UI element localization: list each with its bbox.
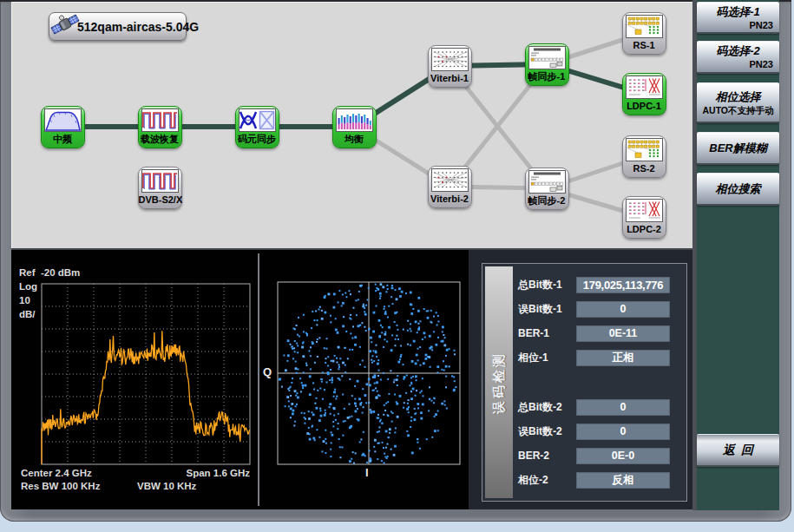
flow-block-label: 载波恢复 (139, 132, 181, 146)
flow-block-label: 码元同步 (236, 132, 279, 146)
spectrum-icon (44, 108, 82, 132)
framesync-icon (528, 46, 566, 69)
flow-block-rs1[interactable]: RS-1 (622, 12, 666, 55)
ber-label-4: 总Bit数-2 (518, 399, 575, 416)
satellite-icon (50, 10, 80, 38)
spectrum-scale-db: dB/ (19, 309, 36, 319)
side-button-2[interactable]: 码选择-2PN23 (697, 41, 779, 74)
ber-value-3: 正相 (576, 350, 670, 366)
ber-label-2: BER-1 (518, 325, 575, 342)
side-button-sublabel: AUTO不支持手动 (697, 104, 779, 116)
flow-block-if[interactable]: 中频 (41, 106, 85, 148)
side-button-label: 相位搜索 (697, 181, 779, 196)
side-button-column: 码选择-1PN23码选择-2PN23相位选择AUTO不支持手动BER解模糊相位搜… (697, 0, 779, 510)
spectrum-scale-10: 10 (19, 295, 30, 305)
side-button-5[interactable]: 相位搜索 (697, 173, 779, 206)
ber-value-7: 反相 (576, 472, 670, 489)
ber-value-2: 0E-11 (576, 325, 670, 342)
flow-block-symsync[interactable]: 码元同步 (235, 106, 279, 148)
flow-block-label: 帧同步-1 (526, 69, 568, 83)
trellis-icon (431, 48, 469, 71)
flow-diagram-panel: 中频载波恢复码元同步均衡DVB-S2/XViterbi-1Viterbi-2帧同… (11, 2, 692, 250)
trellis-icon (431, 168, 469, 192)
signal-source-label: 512qam-aircas-5.04G (77, 20, 199, 34)
rs-icon (626, 138, 663, 161)
ber-label-6: BER-2 (518, 448, 575, 464)
side-button-label: 码选择-1 (697, 4, 779, 19)
pulses-icon (141, 169, 179, 193)
spectrum-rbw-label: Res BW 100 KHz (21, 481, 100, 491)
side-button-sublabel: PN23 (697, 58, 779, 70)
flow-block-fs2[interactable]: 帧同步-2 (525, 167, 569, 210)
spectrum-vbw-label: VBW 10 KHz (137, 481, 196, 491)
ber-panel: 误码检测 总Bit数-1179,025,113,776误Bit数-10BER-1… (482, 263, 687, 502)
side-button-4[interactable]: BER解模糊 (697, 132, 779, 165)
flow-block-vit1[interactable]: Viterbi-1 (428, 45, 472, 88)
ber-value-0: 179,025,113,776 (576, 277, 670, 293)
ber-value-1: 0 (576, 301, 670, 318)
side-button-label: 返回 (697, 443, 779, 457)
flow-block-carrier[interactable]: 载波恢复 (138, 106, 182, 148)
flow-block-vit2[interactable]: Viterbi-2 (428, 166, 472, 208)
bars-icon (336, 108, 373, 132)
constellation-i-label: I (365, 466, 369, 479)
flow-block-ldpc1[interactable]: LDPC-1 (622, 73, 666, 115)
flow-block-label: 均衡 (333, 132, 376, 146)
flow-block-label: RS-2 (623, 161, 666, 175)
flow-block-label: LDPC-2 (623, 222, 666, 236)
ldpc-icon (626, 76, 663, 99)
flow-block-dvb[interactable]: DVB-S2/X (138, 167, 182, 209)
ber-label-3: 相位-1 (518, 350, 575, 366)
flow-block-label: Viterbi-1 (429, 71, 471, 85)
side-button-back[interactable]: 返回 (697, 434, 779, 467)
flow-block-label: LDPC-1 (623, 99, 666, 113)
eye-icon (239, 108, 276, 132)
side-button-1[interactable]: 码选择-1PN23 (697, 2, 779, 34)
panel-divider (258, 253, 259, 506)
spectrum-span-label: Span 1.6 GHz (165, 468, 250, 478)
ber-value-6: 0E-0 (576, 448, 670, 464)
ldpc-icon (626, 199, 663, 222)
ber-label-0: 总Bit数-1 (518, 277, 575, 293)
spectrum-center-label: Center 2.4 GHz (21, 468, 92, 478)
spectrum-ref-label: Ref -20 dBm (19, 267, 80, 278)
ber-label-7: 相位-2 (518, 472, 575, 489)
side-button-3[interactable]: 相位选择AUTO不支持手动 (697, 82, 779, 123)
flow-block-label: Viterbi-2 (429, 192, 471, 206)
flow-block-label: 中频 (42, 132, 84, 146)
ber-value-5: 0 (576, 424, 670, 440)
flow-block-label: 帧同步-2 (526, 194, 568, 207)
ber-label-1: 误Bit数-1 (518, 301, 575, 318)
flow-block-label: DVB-S2/X (139, 193, 181, 207)
constellation-q-label: Q (263, 365, 272, 378)
constellation-display (259, 252, 469, 509)
ber-side-bar: 误码检测 (485, 266, 513, 498)
flow-block-eq[interactable]: 均衡 (332, 106, 377, 148)
flow-block-rs2[interactable]: RS-2 (622, 135, 666, 178)
side-button-label: 相位选择 (697, 89, 779, 104)
ber-side-label: 误码检测 (491, 351, 508, 414)
flow-block-label: RS-1 (623, 38, 666, 52)
side-button-label: 码选择-2 (697, 43, 779, 58)
rs-icon (626, 15, 663, 38)
framesync-icon (528, 170, 566, 194)
flow-block-fs1[interactable]: 帧同步-1 (525, 43, 569, 86)
spectrum-scale-log: Log (19, 281, 37, 292)
side-button-sublabel: PN23 (697, 19, 779, 31)
ber-label-5: 误Bit数-2 (518, 424, 575, 440)
signal-source-button[interactable]: 512qam-aircas-5.04G (49, 12, 187, 41)
ber-value-4: 0 (576, 399, 670, 416)
pulses-icon (141, 108, 179, 132)
flow-block-ldpc2[interactable]: LDPC-2 (622, 196, 666, 239)
side-button-label: BER解模糊 (697, 141, 779, 155)
